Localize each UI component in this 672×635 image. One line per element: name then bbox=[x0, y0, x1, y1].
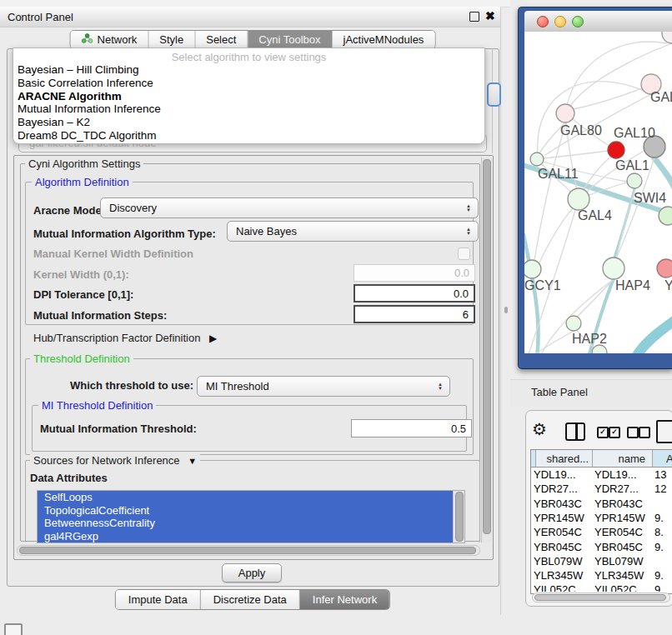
tab-cyni-toolbox[interactable]: Cyni Toolbox bbox=[248, 31, 332, 48]
cyni-settings-title: Cyni Algorithm Settings bbox=[25, 158, 143, 170]
mi-steps-input[interactable]: 6 bbox=[354, 305, 475, 323]
list-scrollbar[interactable] bbox=[453, 491, 464, 542]
apply-button-label: Apply bbox=[238, 567, 266, 579]
deselect-all-icon[interactable] bbox=[639, 427, 650, 438]
attribute-item-topologicalcoefficient[interactable]: TopologicalCoefficient bbox=[38, 504, 459, 518]
data-attributes-label: Data Attributes bbox=[30, 472, 108, 484]
attribute-item-betweennesscentrality[interactable]: BetweennessCentrality bbox=[38, 517, 459, 530]
select-all-icon[interactable]: ✓ bbox=[597, 427, 609, 438]
table-cell: YDL19... bbox=[534, 468, 592, 481]
table-row[interactable]: YPR145WYPR145W9. bbox=[531, 512, 672, 526]
table-cell: YBR043C bbox=[534, 498, 592, 510]
tab-network[interactable]: Network bbox=[71, 31, 149, 48]
network-graph[interactable]: GALGAL80GAL10GAL11GAL1SWI4GAL4GCY1HAP4YH… bbox=[524, 32, 672, 353]
network-node[interactable] bbox=[657, 259, 672, 278]
tab-impute-data[interactable]: Impute Data bbox=[116, 590, 201, 609]
algorithm-option-basic-correlation-inference[interactable]: Basic Correlation Inference bbox=[13, 77, 484, 90]
network-node[interactable] bbox=[530, 152, 544, 166]
algorithm-option-dream8-dc-tdc-algorithm[interactable]: Dream8 DC_TDC Algorithm bbox=[13, 129, 484, 142]
algorithm-option-aracne-algorithm[interactable]: ARACNE Algorithm bbox=[13, 90, 484, 103]
deselect-all-icon[interactable] bbox=[627, 427, 639, 438]
zoom-traffic-light[interactable] bbox=[572, 16, 584, 28]
table-row[interactable]: YIL052CYIL052C9. bbox=[531, 583, 672, 592]
table-cell: 13 bbox=[654, 468, 672, 481]
table-cell: YLR345W bbox=[594, 569, 653, 582]
network-node[interactable] bbox=[568, 188, 589, 210]
settings-vscrollbar-thumb[interactable] bbox=[483, 159, 491, 534]
which-threshold-combo[interactable]: MI Threshold bbox=[197, 376, 450, 397]
apply-button[interactable]: Apply bbox=[222, 563, 282, 582]
split-columns-icon[interactable] bbox=[565, 422, 585, 441]
settings-vscrollbar[interactable] bbox=[481, 158, 492, 542]
tab-select[interactable]: Select bbox=[195, 31, 248, 48]
mi-threshold-input[interactable]: 0.5 bbox=[351, 419, 472, 438]
tab-discretize-data[interactable]: Discretize Data bbox=[201, 590, 300, 609]
attribute-item-selfloops[interactable]: SelfLoops bbox=[38, 491, 459, 504]
settings-hscrollbar-thumb[interactable] bbox=[19, 547, 476, 554]
settings-hscrollbar[interactable] bbox=[17, 545, 480, 556]
network-node[interactable] bbox=[524, 260, 541, 278]
table-row[interactable]: YER054CYER054C8. bbox=[531, 526, 672, 540]
table-cell: YDR27... bbox=[594, 482, 653, 495]
table-header-partial[interactable]: A bbox=[653, 450, 672, 468]
network-node[interactable] bbox=[566, 316, 581, 331]
cyni-bottom-tabs: Impute DataDiscretize DataInfer Network bbox=[115, 589, 390, 610]
network-window-titlebar[interactable] bbox=[524, 11, 672, 32]
dpi-tolerance-input[interactable]: 0.0 bbox=[354, 284, 475, 302]
document-icon[interactable] bbox=[656, 420, 672, 443]
aracne-mode-value: Discovery bbox=[109, 202, 157, 214]
tab-infer-network[interactable]: Infer Network bbox=[300, 590, 389, 609]
mi-type-combo[interactable]: Naive Bayes bbox=[227, 221, 479, 242]
close-traffic-light[interactable] bbox=[537, 16, 549, 28]
table-row[interactable]: YBL079WYBL079W bbox=[531, 555, 672, 569]
splitter-handle[interactable] bbox=[504, 307, 508, 313]
mi-threshold-group-title: MI Threshold Definition bbox=[38, 399, 156, 412]
minimized-panel-icon[interactable] bbox=[4, 623, 23, 635]
algorithm-option-bayesian-hill-climbing[interactable]: Bayesian – Hill Climbing bbox=[13, 63, 484, 77]
table-hscrollbar[interactable] bbox=[532, 592, 670, 602]
minimize-traffic-light[interactable] bbox=[554, 16, 566, 28]
tab-jactivemnodules[interactable]: jActiveMNodules bbox=[333, 31, 435, 48]
table-cell: YDL19... bbox=[594, 468, 653, 481]
network-node[interactable] bbox=[608, 142, 624, 158]
network-node[interactable] bbox=[659, 207, 672, 225]
control-panel-tabs: NetworkStyleSelectCyni ToolboxjActiveMNo… bbox=[70, 30, 436, 49]
table-row[interactable]: YDR27...YDR27...12 bbox=[531, 482, 672, 497]
sources-collapser[interactable]: Sources for Network Inference bbox=[30, 454, 200, 467]
table-row[interactable]: YBR043CYBR043C bbox=[531, 498, 672, 512]
network-node[interactable] bbox=[603, 258, 624, 279]
close-icon[interactable]: ✖ bbox=[485, 9, 495, 22]
manual-kernel-checkbox[interactable] bbox=[458, 248, 470, 260]
sources-title: Sources for Network Inference bbox=[33, 454, 180, 467]
float-window-icon[interactable] bbox=[469, 12, 479, 22]
algorithm-options: Bayesian – Hill ClimbingBasic Correlatio… bbox=[13, 63, 484, 142]
gear-icon[interactable]: ⚙ bbox=[532, 419, 547, 439]
table-cell: 12 bbox=[654, 482, 672, 495]
aracne-mode-combo[interactable]: Discovery bbox=[100, 198, 479, 218]
network-node[interactable] bbox=[592, 345, 607, 353]
kernel-width-input[interactable]: 0.0 bbox=[354, 264, 475, 282]
list-scrollbar-thumb[interactable] bbox=[455, 492, 464, 542]
attribute-item-gal4rgexp[interactable]: gal4RGexp bbox=[38, 530, 459, 543]
table-row[interactable]: YDL19...YDL19...13 bbox=[531, 468, 672, 482]
hub-definition-expander[interactable]: Hub/Transcription Factor Definition bbox=[33, 332, 217, 344]
algorithm-option-mutual-information-inference[interactable]: Mutual Information Inference bbox=[13, 102, 484, 116]
table-hscrollbar-thumb[interactable] bbox=[534, 594, 666, 601]
tab-label: Network bbox=[98, 33, 138, 46]
attribute-items: SelfLoopsTopologicalCoefficientBetweenne… bbox=[38, 491, 464, 542]
mi-type-label: Mutual Information Algorithm Type: bbox=[33, 228, 216, 240]
network-node[interactable] bbox=[627, 173, 642, 188]
table-header-name[interactable]: name bbox=[593, 450, 653, 468]
select-all-icon[interactable]: ✓ bbox=[609, 427, 620, 438]
combo-arrows-icon bbox=[466, 228, 471, 236]
combo-arrows-icon bbox=[438, 382, 443, 391]
tab-style[interactable]: Style bbox=[148, 31, 195, 48]
table-row[interactable]: YBR045CYBR045C9. bbox=[531, 541, 672, 555]
network-node[interactable] bbox=[662, 32, 672, 43]
tab-label: Impute Data bbox=[128, 593, 188, 606]
table-row[interactable]: YLR345WYLR345W9. bbox=[531, 569, 672, 583]
focused-combo-arrow[interactable] bbox=[487, 82, 501, 107]
table-header-shared-name[interactable]: shared... bbox=[536, 450, 593, 468]
algorithm-option-bayesian-k2[interactable]: Bayesian – K2 bbox=[13, 116, 484, 129]
network-node[interactable] bbox=[556, 104, 574, 122]
